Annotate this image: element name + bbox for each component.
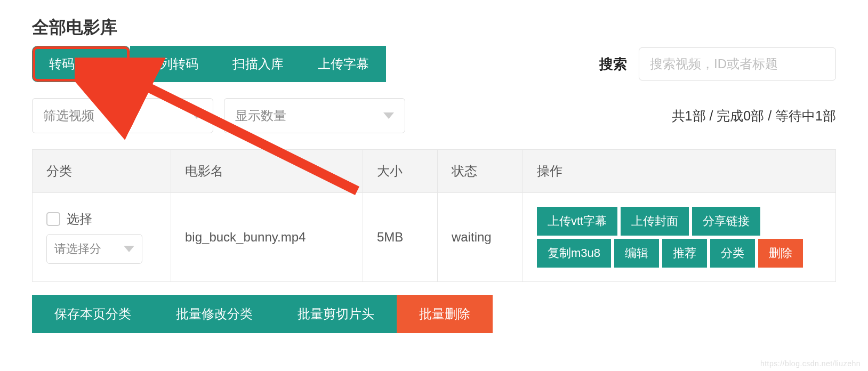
batch-delete-button[interactable]: 批量删除 <box>397 295 493 333</box>
row-actions: 上传vtt字幕 上传封面 分享链接 复制m3u8 编辑 推荐 分类 删除 <box>537 207 822 268</box>
search-input[interactable] <box>639 47 836 80</box>
upload-cover-button[interactable]: 上传封面 <box>621 207 689 236</box>
filter-video-label: 筛选视频 <box>43 107 94 124</box>
save-page-category-button[interactable]: 保存本页分类 <box>32 295 154 333</box>
share-link-button[interactable]: 分享链接 <box>692 207 760 236</box>
top-row: 转码并切片 队列转码 扫描入库 上传字幕 搜索 <box>32 46 836 82</box>
page-title: 全部电影库 <box>32 16 836 39</box>
search-group: 搜索 <box>599 47 836 80</box>
action-buttons-group: 转码并切片 队列转码 扫描入库 上传字幕 <box>32 46 386 82</box>
cell-name: big_buck_bunny.mp4 <box>171 193 363 282</box>
batch-modify-category-button[interactable]: 批量修改分类 <box>154 295 275 333</box>
delete-button[interactable]: 删除 <box>758 239 803 268</box>
filter-video-select[interactable]: 筛选视频 <box>32 98 213 133</box>
header-actions: 操作 <box>523 150 836 193</box>
upload-subtitle-button[interactable]: 上传字幕 <box>301 46 386 82</box>
header-size: 大小 <box>363 150 438 193</box>
transcode-slice-button[interactable]: 转码并切片 <box>32 46 130 82</box>
video-table: 分类 电影名 大小 状态 操作 选择 请选择分 big_buck_bunny.m… <box>32 149 836 282</box>
search-label: 搜索 <box>599 55 627 74</box>
edit-button[interactable]: 编辑 <box>614 239 659 268</box>
row-category-select[interactable]: 请选择分 <box>46 234 142 264</box>
category-button[interactable]: 分类 <box>710 239 755 268</box>
header-name: 电影名 <box>171 150 363 193</box>
display-count-select[interactable]: 显示数量 <box>224 98 405 133</box>
status-summary: 共1部 / 完成0部 / 等待中1部 <box>672 107 836 125</box>
cell-status: waiting <box>438 193 523 282</box>
recommend-button[interactable]: 推荐 <box>662 239 707 268</box>
chevron-down-icon <box>124 246 134 252</box>
header-category: 分类 <box>33 150 171 193</box>
scan-import-button[interactable]: 扫描入库 <box>215 46 301 82</box>
table-row: 选择 请选择分 big_buck_bunny.mp4 5MB waiting 上… <box>33 193 836 282</box>
header-status: 状态 <box>438 150 523 193</box>
cell-size: 5MB <box>363 193 438 282</box>
chevron-down-icon <box>191 112 202 119</box>
chevron-down-icon <box>383 112 394 119</box>
queue-transcode-button[interactable]: 队列转码 <box>130 46 215 82</box>
select-label: 选择 <box>67 211 92 228</box>
bottom-actions: 保存本页分类 批量修改分类 批量剪切片头 批量删除 <box>32 295 836 333</box>
upload-vtt-button[interactable]: 上传vtt字幕 <box>537 207 617 236</box>
select-row: 选择 <box>46 211 157 228</box>
filter-row: 筛选视频 显示数量 共1部 / 完成0部 / 等待中1部 <box>32 98 836 133</box>
row-checkbox[interactable] <box>46 212 60 226</box>
filter-selects: 筛选视频 显示数量 <box>32 98 405 133</box>
copy-m3u8-button[interactable]: 复制m3u8 <box>537 239 611 268</box>
display-count-label: 显示数量 <box>235 107 286 124</box>
row-category-placeholder: 请选择分 <box>54 241 101 257</box>
batch-cut-header-button[interactable]: 批量剪切片头 <box>275 295 397 333</box>
